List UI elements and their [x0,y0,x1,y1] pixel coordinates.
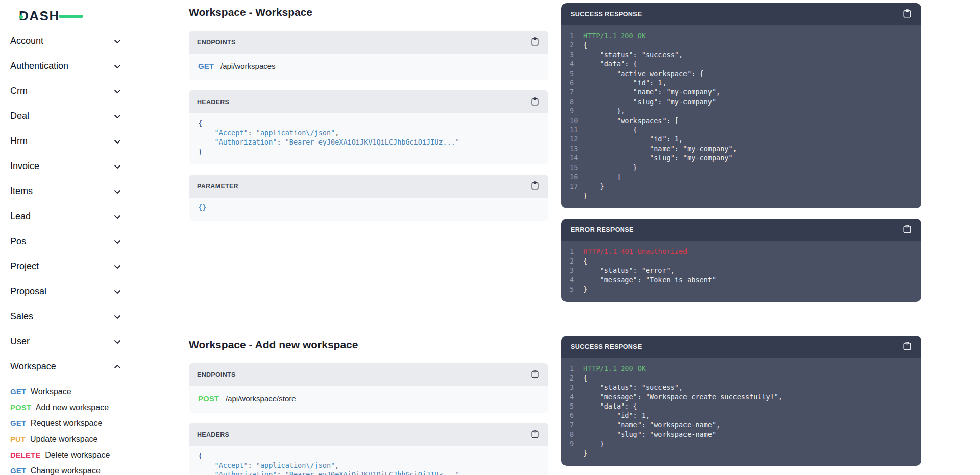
method-badge: GET [198,62,214,70]
response-panel-title: SUCCESS RESPONSE [571,11,642,18]
copy-button[interactable] [902,342,912,352]
code-text: { [583,373,912,383]
code-line: 12 "id": 1, [561,134,912,144]
code-text: ] [583,172,912,181]
content: Workspace - WorkspaceENDPOINTSGET /api/w… [154,0,980,475]
code-line: 4 "message": "Workspace create successfu… [561,392,912,401]
sidebar-item-invoice[interactable]: Invoice [10,154,121,179]
sidebar-item-lead[interactable]: Lead [10,204,121,229]
response-panel-header: ERROR RESPONSE [561,219,921,241]
brand-logo-dot [19,15,23,19]
copy-button[interactable] [530,37,540,48]
code-text: HTTP/1.1 200 OK [583,364,912,373]
line-number: 6 [570,411,583,420]
sidebar-item-workspace[interactable]: Workspace [10,354,121,379]
method-badge: GET [10,466,26,475]
code-line: 4 "message": "Token is absent" [561,275,912,284]
panel-headers: HEADERS{ "Accept": "application\/json", … [189,423,548,475]
workspace-submenu: GETWorkspacePOSTAdd new workspaceGETRequ… [10,379,121,475]
submenu-item-label: Request workspace [31,419,103,428]
code-text: { [583,40,912,50]
response-panel-title: SUCCESS RESPONSE [571,343,642,350]
code-text: "id": 1, [583,78,912,87]
code-line: "Authorization": "Bearer eyJ0eXAiOiJKV1Q… [198,137,539,147]
line-number: 17 [570,182,583,191]
submenu-item-change-workspace[interactable]: GETChange workspace [10,463,121,475]
line-number: 2 [570,256,583,266]
sidebar-item-authentication[interactable]: Authentication [10,54,121,79]
panel-title: ENDPOINTS [197,371,236,378]
copy-button[interactable] [530,430,540,440]
code-text: } [583,163,912,172]
line-number: 4 [570,59,583,68]
sidebar-item-project[interactable]: Project [10,254,121,279]
code-text: HTTP/1.1 401 Unauthorized [583,247,912,256]
code-block: {} [189,198,548,221]
response-panel-success-response: SUCCESS RESPONSE1HTTP/1.1 200 OK2{3 "sta… [561,336,921,466]
sidebar-item-label: Account [10,36,43,46]
code-line: 16 ] [561,172,912,181]
section-1: Workspace - WorkspaceENDPOINTSGET /api/w… [189,3,980,312]
sidebar-item-label: Proposal [10,286,46,297]
code-text: HTTP/1.1 200 OK [583,31,912,40]
section-divider [189,330,958,330]
code-line: "Accept": "application\/json", [198,461,539,470]
sidebar-item-sales[interactable]: Sales [10,304,121,329]
method-badge: POST [198,394,219,403]
sidebar-item-proposal[interactable]: Proposal [10,279,121,304]
panel-endpoints: ENDPOINTSGET /api/workspaces [189,31,548,80]
copy-button[interactable] [902,225,912,235]
chevron-down-icon [113,263,121,271]
sidebar-item-hrm[interactable]: Hrm [10,129,121,154]
code-text: "status": "success", [583,383,912,392]
code-line: 10 "workspaces": [ [561,116,912,125]
copy-icon [903,9,911,19]
code-line: 3 "status": "error", [561,266,912,275]
code-line: 11 { [561,125,912,134]
submenu-item-update-workspace[interactable]: PUTUpdate workspace [10,431,121,447]
line-number: 15 [570,163,583,172]
sidebar-item-deal[interactable]: Deal [10,104,121,129]
line-number: 1 [570,364,583,373]
code-line: 3 "status": "success", [561,383,912,392]
sidebar-item-account[interactable]: Account [10,29,121,54]
line-number: 11 [570,125,583,134]
response-panel-error-response: ERROR RESPONSE1HTTP/1.1 401 Unauthorized… [561,219,921,302]
panel-title: HEADERS [197,431,229,438]
app-root: DASH AccountAuthenticationCrmDealHrmInvo… [0,0,980,475]
copy-button[interactable] [530,370,540,380]
panel-headers: HEADERS{ "Accept": "application\/json", … [189,90,548,164]
line-number: 13 [570,144,583,153]
submenu-item-label: Workspace [31,387,71,396]
sidebar-item-items[interactable]: Items [10,179,121,204]
brand-logo[interactable]: DASH [19,8,70,25]
code-text: { [583,256,912,266]
line-number: 5 [570,69,583,78]
copy-button[interactable] [530,97,540,107]
submenu-item-request-workspace[interactable]: GETRequest workspace [10,415,121,431]
sidebar-item-pos[interactable]: Pos [10,229,121,254]
chevron-down-icon [113,187,121,196]
submenu-item-workspace[interactable]: GETWorkspace [10,384,121,399]
sidebar-item-label: Workspace [10,361,56,372]
copy-icon [531,181,539,192]
submenu-item-delete-workspace[interactable]: DELETEDelete workspace [10,447,121,463]
copy-button[interactable] [530,181,540,192]
sidebar-item-label: Crm [10,86,28,97]
panel-header: ENDPOINTS [189,31,548,54]
sidebar-item-user[interactable]: User [10,329,121,354]
line-number: 1 [570,247,583,256]
sidebar-item-label: Project [10,261,39,272]
panel-title: HEADERS [197,99,229,106]
sidebar-item-crm[interactable]: Crm [10,79,121,104]
submenu-item-label: Delete workspace [45,450,110,460]
code-line: { [198,118,539,128]
main-column: Workspace - Add new workspaceENDPOINTSPO… [189,336,548,475]
submenu-item-add-new-workspace[interactable]: POSTAdd new workspace [10,399,121,415]
code-line: 4 "data": { [561,59,912,68]
chevron-down-icon [113,112,121,121]
panel-title: ENDPOINTS [197,39,236,46]
page-title: Workspace - Add new workspace [189,339,548,351]
code-line: 6 "id": 1, [561,411,912,420]
copy-button[interactable] [902,9,912,19]
